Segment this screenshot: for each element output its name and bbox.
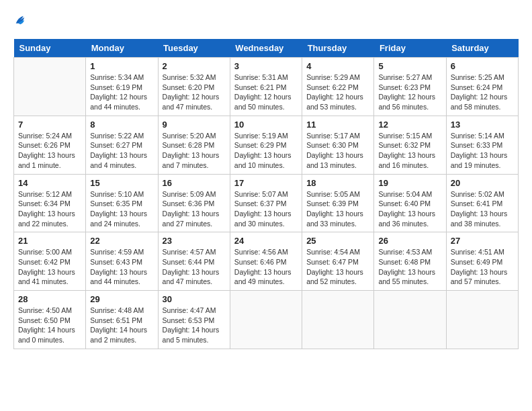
day-number: 25 — [306, 236, 369, 246]
day-number: 22 — [90, 236, 153, 246]
day-of-week-header: Saturday — [446, 39, 518, 58]
calendar-day-cell: 21Sunrise: 5:00 AMSunset: 6:42 PMDayligh… — [14, 232, 86, 291]
day-of-week-header: Tuesday — [158, 39, 230, 58]
day-info: Sunrise: 5:20 AMSunset: 6:28 PMDaylight:… — [163, 131, 226, 171]
calendar-day-cell: 3Sunrise: 5:31 AMSunset: 6:21 PMDaylight… — [230, 58, 302, 116]
calendar-day-cell: 11Sunrise: 5:17 AMSunset: 6:30 PMDayligh… — [302, 116, 374, 174]
page-header — [13, 13, 519, 28]
day-info: Sunrise: 4:50 AMSunset: 6:50 PMDaylight:… — [18, 306, 81, 345]
calendar-day-cell: 9Sunrise: 5:20 AMSunset: 6:28 PMDaylight… — [158, 116, 230, 174]
day-number: 3 — [234, 61, 298, 71]
day-info: Sunrise: 4:47 AMSunset: 6:53 PMDaylight:… — [163, 306, 226, 345]
calendar-day-cell: 20Sunrise: 5:02 AMSunset: 6:41 PMDayligh… — [446, 174, 518, 232]
day-number: 12 — [378, 120, 441, 130]
day-info: Sunrise: 5:09 AMSunset: 6:36 PMDaylight:… — [163, 189, 226, 229]
day-number: 7 — [18, 120, 81, 130]
calendar-day-cell: 26Sunrise: 4:53 AMSunset: 6:48 PMDayligh… — [374, 232, 446, 291]
day-info: Sunrise: 5:12 AMSunset: 6:34 PMDaylight:… — [18, 189, 81, 229]
day-number: 6 — [451, 61, 514, 71]
calendar-week-row: 1Sunrise: 5:34 AMSunset: 6:19 PMDaylight… — [14, 58, 519, 116]
day-number: 13 — [451, 120, 514, 130]
day-info: Sunrise: 5:04 AMSunset: 6:40 PMDaylight:… — [378, 189, 441, 229]
day-info: Sunrise: 5:02 AMSunset: 6:41 PMDaylight:… — [451, 189, 514, 229]
calendar-day-cell: 6Sunrise: 5:25 AMSunset: 6:24 PMDaylight… — [446, 58, 518, 116]
day-info: Sunrise: 5:05 AMSunset: 6:39 PMDaylight:… — [306, 189, 369, 229]
day-number: 17 — [234, 178, 298, 188]
calendar-table: SundayMondayTuesdayWednesdayThursdayFrid… — [13, 39, 519, 349]
calendar-day-cell: 12Sunrise: 5:15 AMSunset: 6:32 PMDayligh… — [374, 116, 446, 174]
day-number: 26 — [378, 236, 441, 246]
calendar-day-cell — [14, 58, 86, 116]
day-info: Sunrise: 5:32 AMSunset: 6:20 PMDaylight:… — [163, 73, 226, 112]
calendar-day-cell: 24Sunrise: 4:56 AMSunset: 6:46 PMDayligh… — [230, 232, 302, 291]
calendar-week-row: 14Sunrise: 5:12 AMSunset: 6:34 PMDayligh… — [14, 174, 519, 232]
day-number: 2 — [163, 61, 226, 71]
day-info: Sunrise: 5:07 AMSunset: 6:37 PMDaylight:… — [234, 189, 298, 229]
day-info: Sunrise: 5:27 AMSunset: 6:23 PMDaylight:… — [378, 73, 441, 112]
calendar-header: SundayMondayTuesdayWednesdayThursdayFrid… — [14, 39, 519, 58]
day-of-week-header: Monday — [86, 39, 158, 58]
day-info: Sunrise: 5:22 AMSunset: 6:27 PMDaylight:… — [90, 131, 153, 171]
calendar-day-cell: 1Sunrise: 5:34 AMSunset: 6:19 PMDaylight… — [86, 58, 158, 116]
day-info: Sunrise: 4:48 AMSunset: 6:51 PMDaylight:… — [90, 306, 153, 345]
day-info: Sunrise: 5:25 AMSunset: 6:24 PMDaylight:… — [451, 73, 514, 112]
calendar-day-cell: 17Sunrise: 5:07 AMSunset: 6:37 PMDayligh… — [230, 174, 302, 232]
day-info: Sunrise: 4:59 AMSunset: 6:43 PMDaylight:… — [90, 247, 153, 287]
calendar-day-cell: 8Sunrise: 5:22 AMSunset: 6:27 PMDaylight… — [86, 116, 158, 174]
calendar-day-cell: 13Sunrise: 5:14 AMSunset: 6:33 PMDayligh… — [446, 116, 518, 174]
calendar-day-cell: 28Sunrise: 4:50 AMSunset: 6:50 PMDayligh… — [14, 291, 86, 349]
calendar-day-cell: 22Sunrise: 4:59 AMSunset: 6:43 PMDayligh… — [86, 232, 158, 291]
day-number: 14 — [18, 178, 81, 188]
day-info: Sunrise: 4:57 AMSunset: 6:44 PMDaylight:… — [163, 247, 226, 287]
day-info: Sunrise: 4:53 AMSunset: 6:48 PMDaylight:… — [378, 247, 441, 287]
calendar-day-cell — [302, 291, 374, 349]
calendar-day-cell: 27Sunrise: 4:51 AMSunset: 6:49 PMDayligh… — [446, 232, 518, 291]
day-info: Sunrise: 4:54 AMSunset: 6:47 PMDaylight:… — [306, 247, 369, 287]
day-number: 28 — [18, 294, 81, 304]
day-number: 24 — [234, 236, 298, 246]
header-row: SundayMondayTuesdayWednesdayThursdayFrid… — [14, 39, 519, 58]
day-number: 23 — [163, 236, 226, 246]
day-info: Sunrise: 5:24 AMSunset: 6:26 PMDaylight:… — [18, 131, 81, 171]
calendar-day-cell: 16Sunrise: 5:09 AMSunset: 6:36 PMDayligh… — [158, 174, 230, 232]
day-number: 30 — [163, 294, 226, 304]
calendar-day-cell: 7Sunrise: 5:24 AMSunset: 6:26 PMDaylight… — [14, 116, 86, 174]
calendar-body: 1Sunrise: 5:34 AMSunset: 6:19 PMDaylight… — [14, 58, 519, 349]
day-number: 18 — [306, 178, 369, 188]
day-number: 9 — [163, 120, 226, 130]
day-info: Sunrise: 4:56 AMSunset: 6:46 PMDaylight:… — [234, 247, 298, 287]
calendar-day-cell: 2Sunrise: 5:32 AMSunset: 6:20 PMDaylight… — [158, 58, 230, 116]
day-number: 11 — [306, 120, 369, 130]
day-info: Sunrise: 5:29 AMSunset: 6:22 PMDaylight:… — [306, 73, 369, 112]
calendar-day-cell: 4Sunrise: 5:29 AMSunset: 6:22 PMDaylight… — [302, 58, 374, 116]
logo-bird-icon — [13, 13, 28, 28]
day-of-week-header: Wednesday — [230, 39, 302, 58]
calendar-day-cell: 10Sunrise: 5:19 AMSunset: 6:29 PMDayligh… — [230, 116, 302, 174]
day-of-week-header: Sunday — [14, 39, 86, 58]
day-of-week-header: Friday — [374, 39, 446, 58]
day-info: Sunrise: 5:34 AMSunset: 6:19 PMDaylight:… — [90, 73, 153, 112]
day-info: Sunrise: 4:51 AMSunset: 6:49 PMDaylight:… — [451, 247, 514, 287]
calendar-day-cell — [446, 291, 518, 349]
calendar-day-cell: 19Sunrise: 5:04 AMSunset: 6:40 PMDayligh… — [374, 174, 446, 232]
calendar-day-cell: 14Sunrise: 5:12 AMSunset: 6:34 PMDayligh… — [14, 174, 86, 232]
calendar-day-cell — [374, 291, 446, 349]
calendar-day-cell: 5Sunrise: 5:27 AMSunset: 6:23 PMDaylight… — [374, 58, 446, 116]
calendar-week-row: 7Sunrise: 5:24 AMSunset: 6:26 PMDaylight… — [14, 116, 519, 174]
day-number: 10 — [234, 120, 298, 130]
day-number: 8 — [90, 120, 153, 130]
calendar-day-cell: 23Sunrise: 4:57 AMSunset: 6:44 PMDayligh… — [158, 232, 230, 291]
calendar-day-cell: 29Sunrise: 4:48 AMSunset: 6:51 PMDayligh… — [86, 291, 158, 349]
day-number: 29 — [90, 294, 153, 304]
calendar-week-row: 21Sunrise: 5:00 AMSunset: 6:42 PMDayligh… — [14, 232, 519, 291]
day-info: Sunrise: 5:31 AMSunset: 6:21 PMDaylight:… — [234, 73, 298, 112]
calendar-day-cell: 15Sunrise: 5:10 AMSunset: 6:35 PMDayligh… — [86, 174, 158, 232]
day-number: 4 — [306, 61, 369, 71]
day-number: 19 — [378, 178, 441, 188]
day-of-week-header: Thursday — [302, 39, 374, 58]
day-info: Sunrise: 5:00 AMSunset: 6:42 PMDaylight:… — [18, 247, 81, 287]
day-info: Sunrise: 5:15 AMSunset: 6:32 PMDaylight:… — [378, 131, 441, 171]
day-number: 15 — [90, 178, 153, 188]
logo — [13, 13, 31, 28]
day-info: Sunrise: 5:10 AMSunset: 6:35 PMDaylight:… — [90, 189, 153, 229]
